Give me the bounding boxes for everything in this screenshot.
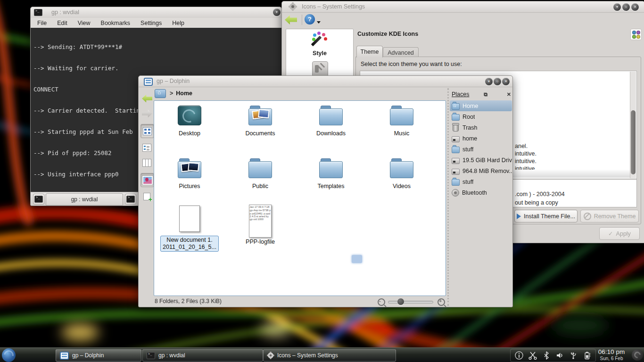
places-item-trash[interactable]: Trash bbox=[450, 122, 512, 133]
terminal-tab[interactable]: gp : wvdial bbox=[46, 193, 123, 206]
overview-dots-icon[interactable] bbox=[630, 29, 642, 40]
folder-item-desktop[interactable]: Desktop bbox=[161, 106, 218, 137]
places-item-stuff[interactable]: stuff bbox=[450, 144, 512, 155]
maximize-button[interactable]: ○ bbox=[622, 3, 630, 11]
install-arrow-icon bbox=[517, 214, 521, 219]
settings-titlebar[interactable]: Icons – System Settings ▾ ○ ✕ bbox=[282, 1, 644, 13]
detach-panel-icon[interactable]: ⧉ bbox=[484, 91, 487, 98]
scrollbar-thumb[interactable] bbox=[631, 110, 636, 174]
menu-help[interactable]: Help bbox=[172, 20, 184, 26]
menu-bookmarks[interactable]: Bookmarks bbox=[101, 20, 131, 26]
columns-view-button[interactable] bbox=[140, 156, 153, 169]
places-item-home[interactable]: Home bbox=[450, 100, 512, 111]
klipper-scissors-icon[interactable] bbox=[528, 351, 537, 360]
zoom-slider-handle[interactable] bbox=[397, 298, 404, 305]
clock-time: 06:10 pm bbox=[593, 349, 630, 356]
terminal-titlebar[interactable]: gp : wvdial ▾ ○ ✕ bbox=[31, 7, 281, 18]
back-button[interactable] bbox=[140, 92, 153, 105]
battery-device-icon[interactable] bbox=[582, 351, 592, 360]
close-button[interactable]: ✕ bbox=[502, 78, 510, 85]
zoom-slider-track[interactable] bbox=[388, 301, 433, 304]
forward-button[interactable] bbox=[140, 107, 153, 120]
trash-icon bbox=[453, 124, 459, 132]
folder-icon bbox=[319, 158, 343, 178]
preview-button[interactable] bbox=[140, 173, 154, 187]
new-tab-button[interactable] bbox=[33, 194, 44, 205]
bluetooth-icon[interactable] bbox=[542, 351, 551, 360]
places-item-bluetooth[interactable]: Bluetooth bbox=[450, 187, 512, 198]
places-item-home-partition[interactable]: home bbox=[450, 133, 512, 144]
desktop-folder-icon bbox=[178, 106, 201, 125]
info-icon[interactable] bbox=[514, 351, 524, 360]
folder-view[interactable]: Desktop Documents Downloads Music bbox=[154, 100, 446, 296]
task-dolphin[interactable]: gp – Dolphin bbox=[56, 349, 141, 362]
split-view-button[interactable] bbox=[140, 190, 153, 203]
close-panel-icon[interactable]: ✕ bbox=[507, 91, 511, 98]
folder-item-public[interactable]: Public bbox=[232, 158, 289, 189]
menu-view[interactable]: View bbox=[78, 20, 91, 26]
terminal-icon bbox=[126, 196, 135, 203]
remove-theme-button[interactable]: Remove Theme bbox=[580, 210, 639, 222]
menu-file[interactable]: File bbox=[37, 20, 47, 26]
home-folder-icon[interactable] bbox=[155, 89, 166, 98]
terminal-menubar: File Edit View Bookmarks Settings Help bbox=[31, 18, 281, 28]
tab-theme[interactable]: Theme bbox=[356, 46, 383, 58]
chevron-down-icon[interactable] bbox=[317, 21, 321, 24]
folder-item-downloads[interactable]: Downloads bbox=[303, 106, 359, 137]
dolphin-titlebar[interactable]: gp – Dolphin ▾ ○ ✕ bbox=[139, 76, 512, 87]
zoom-out-icon[interactable]: - bbox=[378, 298, 385, 306]
places-header[interactable]: Places ⧉ ✕ bbox=[452, 90, 511, 99]
minimize-button[interactable]: ▾ bbox=[485, 78, 493, 85]
minimize-button[interactable]: ▾ bbox=[613, 3, 621, 11]
settings-title: Icons – System Settings bbox=[302, 3, 365, 10]
help-button[interactable]: ? bbox=[305, 14, 315, 25]
file-item-new-document[interactable]: New document 1. 2011_01_20_16_5... bbox=[161, 206, 218, 252]
places-item-stuff2[interactable]: stuff bbox=[450, 176, 512, 187]
theme-list-row[interactable]: intuitive. bbox=[515, 150, 537, 157]
folder-item-documents[interactable]: Documents bbox=[232, 106, 289, 137]
icons-view-button[interactable] bbox=[140, 124, 154, 138]
apply-button[interactable]: ✓ Apply bbox=[599, 227, 640, 240]
terminal-title: gp : wvdial bbox=[51, 9, 79, 16]
minimize-button[interactable]: ▾ bbox=[273, 8, 281, 16]
checkmark-icon: ✓ bbox=[608, 230, 613, 237]
details-view-button[interactable] bbox=[140, 141, 153, 154]
file-preview-text: Jan 17 09:4 7:18 gp-Asp ire-5738 pp pd[1… bbox=[249, 205, 271, 222]
places-item-removable[interactable]: 964.8 MiB Remov... bbox=[450, 165, 512, 176]
remove-icon bbox=[584, 213, 591, 220]
close-button[interactable]: ✕ bbox=[631, 3, 639, 11]
back-button[interactable] bbox=[285, 15, 297, 25]
usb-device-notifier-icon[interactable] bbox=[569, 351, 578, 360]
clock-date: Sun, 6 Feb bbox=[593, 356, 630, 361]
file-item-ppp-logfile[interactable]: Jan 17 09:4 7:18 gp-Asp ire-5738 pp pd[1… bbox=[232, 205, 289, 245]
menu-settings[interactable]: Settings bbox=[140, 20, 162, 26]
folder-item-templates[interactable]: Templates bbox=[303, 158, 359, 189]
page-title: Customize KDE Icons bbox=[357, 31, 418, 37]
tab-advanced[interactable]: Advanced bbox=[383, 47, 419, 58]
places-item-hard-drive[interactable]: 19.5 GiB Hard Drive bbox=[450, 155, 512, 165]
folder-item-pictures[interactable]: Pictures bbox=[161, 158, 218, 189]
task-system-settings[interactable]: Icons – System Settings bbox=[263, 349, 396, 362]
item-label: Videos bbox=[393, 183, 411, 189]
breadcrumb-separator: > bbox=[170, 90, 173, 97]
scrollbar[interactable] bbox=[630, 72, 636, 178]
folder-item-videos[interactable]: Videos bbox=[373, 158, 430, 189]
volume-icon[interactable] bbox=[555, 351, 564, 360]
theme-list-row[interactable]: anel. bbox=[515, 143, 528, 149]
install-theme-button[interactable]: Install Theme File... bbox=[514, 210, 578, 222]
documents-folder-icon bbox=[248, 106, 272, 125]
maximize-button[interactable]: ○ bbox=[494, 78, 501, 85]
folder-item-music[interactable]: Music bbox=[373, 106, 430, 137]
menu-edit[interactable]: Edit bbox=[57, 20, 67, 26]
tab-list-button[interactable] bbox=[125, 194, 136, 205]
panel-toolbox-cashew-icon[interactable] bbox=[632, 349, 643, 361]
theme-list-row[interactable]: intuitive. bbox=[515, 158, 537, 165]
places-item-root[interactable]: Root bbox=[450, 111, 512, 122]
zoom-in-icon[interactable]: + bbox=[438, 298, 445, 306]
settings-toolbar: ? bbox=[282, 13, 644, 28]
breadcrumb-home[interactable]: Home bbox=[176, 90, 192, 97]
task-wvdial-terminal[interactable]: gp : wvdial bbox=[142, 349, 263, 362]
clock-widget[interactable]: 06:10 pm Sun, 6 Feb bbox=[593, 349, 630, 361]
app-launcher-icon[interactable] bbox=[2, 348, 16, 362]
workspace-tools-icon[interactable] bbox=[312, 61, 328, 77]
